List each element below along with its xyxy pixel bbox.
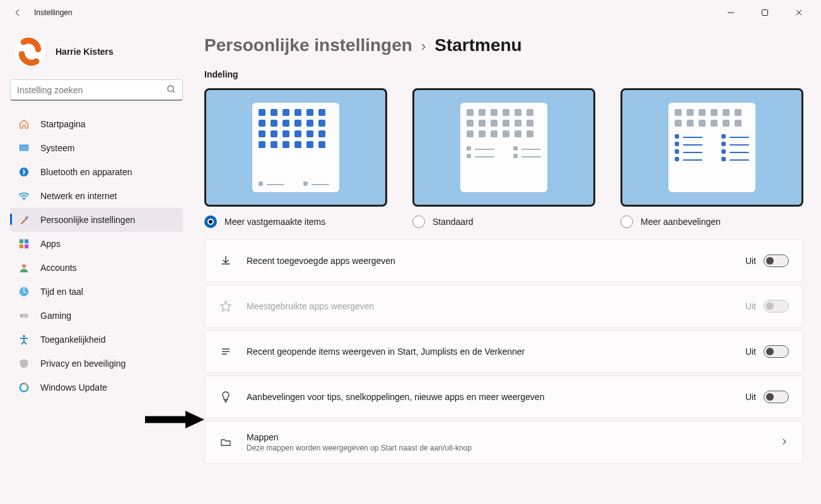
radio-more-recs[interactable]: Meer aanbevelingen — [620, 215, 803, 228]
chevron-right-icon — [780, 437, 789, 448]
setting-title: Mappen — [247, 432, 761, 442]
sidebar-item-bluetooth[interactable]: Bluetooth en apparaten — [10, 160, 183, 184]
nav-label: Privacy en beveiliging — [40, 358, 125, 369]
layout-option-more-pinned[interactable]: Meer vastgemaakte items — [204, 88, 387, 228]
layout-preview-more-recs[interactable] — [620, 88, 803, 207]
nav-label: Systeem — [40, 143, 74, 153]
svg-point-4 — [168, 85, 173, 91]
layout-preview-more-pinned[interactable] — [204, 88, 387, 207]
sidebar-item-update[interactable]: Windows Update — [10, 375, 183, 399]
setting-title: Aanbevelingen voor tips, snelkoppelingen… — [247, 392, 731, 402]
sidebar: Harrie Kisters Startpagina Systeem — [0, 25, 189, 504]
sidebar-item-personalization[interactable]: Persoonlijke instellingen — [10, 208, 183, 232]
svg-rect-14 — [25, 244, 28, 248]
breadcrumb-parent[interactable]: Persoonlijke instellingen — [204, 35, 412, 55]
svg-point-20 — [23, 335, 25, 338]
svg-rect-11 — [20, 239, 23, 243]
svg-point-3 — [23, 47, 27, 51]
star-icon — [219, 299, 233, 313]
svg-rect-12 — [25, 239, 28, 243]
setting-subtitle: Deze mappen worden weergegeven op Start … — [247, 444, 761, 452]
nav-label: Startpagina — [40, 119, 86, 129]
settings-list: Recent toegevoegde apps weergeven Uit Me… — [204, 239, 803, 464]
system-icon — [18, 142, 30, 154]
sidebar-item-network[interactable]: Netwerk en internet — [10, 184, 183, 208]
svg-point-18 — [21, 315, 23, 316]
nav-label: Bluetooth en apparaten — [40, 167, 132, 177]
shield-icon — [18, 357, 30, 370]
setting-folders[interactable]: Mappen Deze mappen worden weergegeven op… — [204, 421, 803, 464]
sidebar-item-accounts[interactable]: Accounts — [10, 256, 183, 280]
folder-icon — [219, 435, 233, 449]
radio-icon — [204, 215, 217, 228]
nav-label: Apps — [40, 239, 61, 249]
svg-line-5 — [173, 91, 175, 93]
radio-more-pinned[interactable]: Meer vastgemaakte items — [204, 215, 387, 228]
toggle-state: Uit — [745, 346, 756, 357]
accessibility-icon — [18, 333, 30, 346]
chevron-right-icon: › — [421, 38, 426, 55]
setting-title: Recent toegevoegde apps weergeven — [247, 256, 731, 266]
lightbulb-icon — [219, 390, 233, 404]
nav-label: Accounts — [40, 263, 77, 273]
radio-label: Meer vastgemaakte items — [224, 217, 325, 227]
download-icon — [219, 254, 233, 268]
minimize-button[interactable] — [716, 3, 745, 23]
svg-point-19 — [26, 315, 27, 316]
sidebar-item-system[interactable]: Systeem — [10, 136, 183, 160]
sidebar-item-accessibility[interactable]: Toegankelijkheid — [10, 328, 183, 352]
profile-block[interactable]: Harrie Kisters — [10, 33, 183, 79]
setting-recommendations[interactable]: Aanbevelingen voor tips, snelkoppelingen… — [204, 375, 803, 418]
search-input[interactable] — [17, 85, 166, 95]
bluetooth-icon — [18, 166, 30, 178]
page-title: Startmenu — [434, 35, 521, 55]
toggle-state: Uit — [745, 256, 756, 266]
svg-point-9 — [23, 198, 25, 200]
titlebar: Instellingen — [0, 0, 821, 25]
toggle-most-used — [764, 300, 789, 312]
setting-title: Meestgebruikte apps weergeven — [247, 301, 731, 311]
search-icon — [166, 84, 176, 96]
close-button[interactable] — [784, 3, 813, 23]
toggle-recent-apps[interactable] — [764, 255, 789, 267]
sidebar-item-home[interactable]: Startpagina — [10, 112, 183, 136]
svg-rect-17 — [20, 313, 28, 318]
svg-rect-7 — [20, 146, 28, 151]
layout-preview-default[interactable] — [412, 88, 595, 207]
window-title: Instellingen — [34, 8, 73, 17]
search-box[interactable] — [10, 79, 183, 101]
clock-globe-icon — [18, 285, 30, 298]
toggle-recent-items[interactable] — [764, 345, 789, 358]
maximize-button[interactable] — [750, 3, 779, 23]
home-icon — [18, 118, 30, 130]
gamepad-icon — [18, 309, 30, 322]
sidebar-item-time[interactable]: Tijd en taal — [10, 280, 183, 304]
radio-icon — [620, 215, 633, 228]
toggle-recommendations[interactable] — [764, 391, 789, 403]
svg-point-15 — [22, 264, 26, 268]
setting-most-used: Meestgebruikte apps weergeven Uit — [204, 285, 803, 328]
wifi-icon — [18, 190, 30, 202]
setting-recent-items[interactable]: Recent geopende items weergeven in Start… — [204, 330, 803, 373]
profile-name: Harrie Kisters — [55, 47, 114, 57]
layout-option-more-recs[interactable]: Meer aanbevelingen — [620, 88, 803, 228]
apps-icon — [18, 238, 30, 250]
layout-option-default[interactable]: Standaard — [412, 88, 595, 228]
list-icon — [219, 345, 233, 358]
toggle-state: Uit — [745, 392, 756, 402]
svg-rect-13 — [20, 244, 23, 248]
nav-label: Gaming — [40, 311, 71, 321]
radio-icon — [412, 215, 425, 228]
setting-recent-apps[interactable]: Recent toegevoegde apps weergeven Uit — [204, 239, 803, 282]
sidebar-item-apps[interactable]: Apps — [10, 232, 183, 256]
sidebar-item-privacy[interactable]: Privacy en beveiliging — [10, 352, 183, 375]
radio-label: Standaard — [433, 217, 474, 227]
person-icon — [18, 261, 30, 274]
nav-label: Netwerk en internet — [40, 191, 117, 201]
radio-label: Meer aanbevelingen — [641, 217, 721, 227]
nav-label: Toegankelijkheid — [40, 335, 106, 345]
back-button[interactable] — [8, 3, 28, 23]
sidebar-item-gaming[interactable]: Gaming — [10, 304, 183, 328]
setting-title: Recent geopende items weergeven in Start… — [247, 346, 731, 357]
radio-default[interactable]: Standaard — [412, 215, 595, 228]
